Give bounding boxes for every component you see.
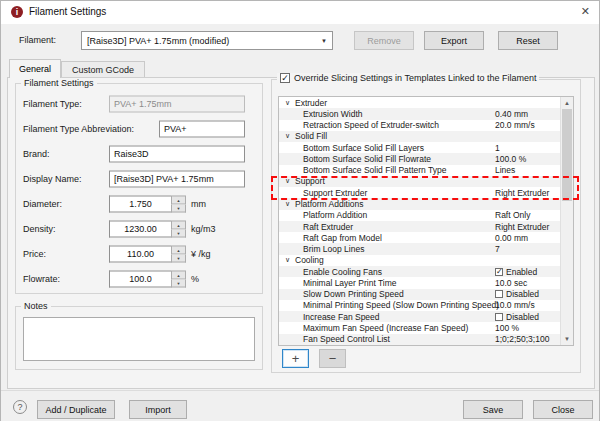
checkbox-checked-icon[interactable]: ✓	[280, 73, 290, 83]
chevron-down-icon[interactable]: ∨	[283, 132, 292, 140]
settings-row-bottom-surface-solid-fill-layers[interactable]: Bottom Surface Solid Fill Layers1	[279, 142, 561, 153]
setting-value-text: 0.00 mm	[495, 233, 528, 243]
close-icon[interactable]: ✕	[581, 5, 590, 18]
settings-row-bottom-surface-solid-fill-pattern-type[interactable]: Bottom Surface Solid Fill Pattern TypeLi…	[279, 165, 561, 176]
field-input-filament-type-abbreviation[interactable]: PVA+	[159, 120, 245, 137]
settings-group-extruder[interactable]: ∨Extruder	[279, 97, 561, 108]
chevron-down-icon[interactable]: ∨	[283, 177, 292, 185]
setting-value[interactable]: Lines	[495, 165, 515, 175]
scrollbar-thumb[interactable]	[562, 109, 572, 201]
setting-value[interactable]: 100 %	[495, 323, 519, 333]
settings-group-cooling[interactable]: ∨Cooling	[279, 255, 561, 266]
field-input-flowrate[interactable]: 100.0	[109, 270, 171, 287]
checkbox-checked-icon[interactable]: ✓	[495, 268, 503, 276]
close-button[interactable]: Close	[533, 400, 593, 419]
settings-row-retraction-speed-of-extruder-switch[interactable]: Retraction Speed of Extruder-switch20.0 …	[279, 120, 561, 131]
scroll-up-icon[interactable]: ▲	[561, 97, 573, 109]
settings-row-platform-addition[interactable]: Platform AdditionRaft Only	[279, 210, 561, 221]
settings-row-bottom-surface-solid-fill-flowrate[interactable]: Bottom Surface Solid Fill Flowrate100.0 …	[279, 153, 561, 164]
setting-value[interactable]: 1	[495, 143, 500, 153]
setting-value-text: 1	[495, 143, 500, 153]
setting-value-text: 7	[495, 244, 500, 254]
settings-row-minimal-layer-print-time[interactable]: Minimal Layer Print Time10.0 sec	[279, 277, 561, 288]
settings-row-slow-down-printing-speed[interactable]: Slow Down Printing SpeedDisabled	[279, 289, 561, 300]
setting-value-text: 100 %	[495, 323, 519, 333]
settings-row-increase-fan-speed[interactable]: Increase Fan SpeedDisabled	[279, 311, 561, 322]
spin-up-icon[interactable]: ▲	[171, 220, 186, 229]
setting-label: Increase Fan Speed	[303, 312, 380, 322]
import-button[interactable]: Import	[129, 400, 187, 419]
checkbox-unchecked-icon[interactable]	[495, 313, 503, 321]
chevron-down-icon[interactable]: ∨	[283, 200, 292, 208]
field-input-display-name[interactable]: [Raise3D] PVA+ 1.75mm	[109, 170, 245, 187]
field-input-brand[interactable]: Raise3D	[109, 145, 245, 162]
field-unit-density: kg/m3	[191, 224, 216, 234]
tab-general[interactable]: General	[9, 59, 61, 78]
setting-value[interactable]: 10.0 mm/s	[495, 300, 535, 310]
setting-value[interactable]: 7	[495, 244, 500, 254]
setting-value[interactable]: 0.00 mm	[495, 233, 528, 243]
settings-group-platform-additions[interactable]: ∨Platform Additions	[279, 198, 561, 209]
settings-row-raft-extruder[interactable]: Raft ExtruderRight Extruder	[279, 221, 561, 232]
setting-value[interactable]: ✓Enabled	[495, 267, 537, 277]
spinner-density: ▲▼	[171, 220, 186, 237]
settings-row-brim-loop-lines[interactable]: Brim Loop Lines7	[279, 243, 561, 254]
setting-value[interactable]: 20.0 mm/s	[495, 120, 535, 130]
spin-down-icon[interactable]: ▼	[171, 229, 186, 237]
filament-settings-dialog: i Filament Settings ✕ Filament: [Raise3D…	[0, 0, 600, 421]
spin-down-icon[interactable]: ▼	[171, 204, 186, 212]
setting-label: Slow Down Printing Speed	[303, 289, 404, 299]
field-input-price[interactable]: 110.00	[109, 245, 171, 262]
setting-value[interactable]: Disabled	[495, 312, 539, 322]
settings-row-extrusion-width[interactable]: Extrusion Width0.40 mm	[279, 108, 561, 119]
spin-down-icon[interactable]: ▼	[171, 254, 186, 262]
setting-value[interactable]: 10.0 sec	[495, 278, 527, 288]
form-row-density: Density:1230.00▲▼kg/m3	[15, 216, 263, 241]
chevron-down-icon[interactable]: ∨	[283, 99, 292, 107]
title-bar: i Filament Settings ✕	[1, 1, 599, 24]
settings-row-minimal-printing-speed-slow-down-printing-speed[interactable]: Minimal Printing Speed (Slow Down Printi…	[279, 300, 561, 311]
settings-row-raft-gap-from-model[interactable]: Raft Gap from Model0.00 mm	[279, 232, 561, 243]
filament-dropdown[interactable]: [Raise3D] PVA+ 1.75mm (modified) ▼	[81, 31, 333, 50]
settings-group-support[interactable]: ∨Support	[279, 176, 561, 187]
save-button[interactable]: Save	[463, 400, 523, 419]
scroll-down-icon[interactable]: ▼	[561, 333, 573, 345]
setting-value[interactable]: 100.0 %	[495, 154, 526, 164]
field-input-diameter[interactable]: 1.750	[109, 195, 171, 212]
help-icon[interactable]: ?	[13, 400, 27, 414]
setting-value[interactable]: Right Extruder	[495, 188, 549, 198]
reset-button[interactable]: Reset	[498, 31, 558, 50]
spin-up-icon[interactable]: ▲	[171, 245, 186, 254]
chevron-down-icon[interactable]: ∨	[283, 256, 292, 264]
setting-value[interactable]: Raft Only	[495, 210, 530, 220]
form-row-display-name: Display Name:[Raise3D] PVA+ 1.75mm	[15, 166, 263, 191]
vertical-scrollbar[interactable]: ▲ ▼	[560, 97, 573, 345]
notes-textarea[interactable]	[23, 317, 255, 361]
setting-value[interactable]: Disabled	[495, 289, 539, 299]
setting-value[interactable]: 1;0;2;50;3;100	[495, 334, 549, 344]
remove-setting-button[interactable]: −	[319, 349, 346, 368]
spin-down-icon[interactable]: ▼	[171, 279, 186, 287]
spin-up-icon[interactable]: ▲	[171, 195, 186, 204]
setting-value-text: 0.40 mm	[495, 109, 528, 119]
tab-custom-gcode[interactable]: Custom GCode	[61, 61, 145, 78]
settings-row-support-extruder[interactable]: Support ExtruderRight Extruder	[279, 187, 561, 198]
field-input-density[interactable]: 1230.00	[109, 220, 171, 237]
override-checkbox-row[interactable]: ✓ Override Slicing Settings in Templates…	[277, 73, 539, 83]
settings-row-maximum-fan-speed-increase-fan-speed[interactable]: Maximum Fan Speed (Increase Fan Speed)10…	[279, 322, 561, 333]
checkbox-unchecked-icon[interactable]	[495, 290, 503, 298]
form-row-brand: Brand:Raise3D	[15, 141, 263, 166]
setting-label: Minimal Printing Speed (Slow Down Printi…	[303, 300, 499, 310]
add-setting-button[interactable]: +	[282, 349, 309, 368]
settings-row-enable-cooling-fans[interactable]: Enable Cooling Fans✓Enabled	[279, 266, 561, 277]
settings-group-solid-fill[interactable]: ∨Solid Fill	[279, 131, 561, 142]
field-flowrate: 100.0▲▼	[109, 270, 186, 287]
settings-row-fan-speed-control-list[interactable]: Fan Speed Control List1;0;2;50;3;100	[279, 334, 561, 345]
add-duplicate-button[interactable]: Add / Duplicate	[37, 400, 115, 419]
setting-value[interactable]: 0.40 mm	[495, 109, 528, 119]
setting-value[interactable]: Right Extruder	[495, 222, 549, 232]
setting-label: Platform Addition	[303, 210, 367, 220]
spin-up-icon[interactable]: ▲	[171, 270, 186, 279]
export-button[interactable]: Export	[424, 31, 484, 50]
field-input-filament-type: PVA+ 1.75mm	[109, 95, 245, 112]
